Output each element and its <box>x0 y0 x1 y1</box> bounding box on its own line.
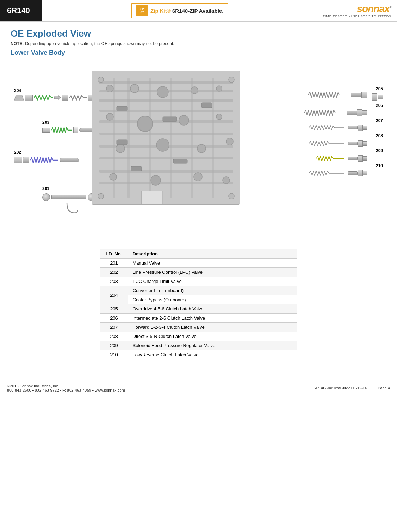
svg-point-36 <box>151 175 161 185</box>
svg-point-30 <box>216 114 222 120</box>
svg-rect-21 <box>212 78 214 198</box>
table-row: 210Low/Reverse Clutch Latch Valve <box>100 350 297 359</box>
rect2-part-204 <box>62 95 68 101</box>
td-desc-201: Manual Valve <box>128 259 297 268</box>
model-number: 6R140 <box>7 6 30 15</box>
svg-point-37 <box>194 173 202 181</box>
svg-rect-17 <box>127 78 130 198</box>
valve-body-diagram <box>92 71 240 205</box>
footer-right: 6R140-VacTestGuide 01-12-16 Page 4 <box>314 386 390 390</box>
component-210 <box>309 170 367 176</box>
component-208 <box>309 140 367 147</box>
label-207: 207 <box>376 118 383 123</box>
td-id-210: 210 <box>100 350 128 359</box>
rod-202 <box>60 158 79 162</box>
svg-rect-42 <box>117 140 127 145</box>
table-row: Cooler Bypass (Outboard) <box>100 295 297 304</box>
svg-point-34 <box>226 138 233 145</box>
svg-point-31 <box>116 144 125 153</box>
arrow-part-204 <box>54 95 61 101</box>
svg-point-47 <box>98 193 104 199</box>
svg-point-25 <box>191 87 198 94</box>
valve-body-svg <box>92 71 240 205</box>
spring-205 <box>308 92 351 98</box>
end-207 <box>358 125 363 131</box>
zipkit-part: 6R140-ZIP <box>172 8 198 14</box>
td-desc-204b: Cooler Bypass (Outboard) <box>128 295 297 304</box>
svg-rect-41 <box>201 103 212 108</box>
td-desc-208: Direct 3-5-R Clutch Latch Valve <box>128 332 297 341</box>
svg-point-32 <box>156 139 169 151</box>
td-id-208: 208 <box>100 332 128 341</box>
label-206: 206 <box>376 103 383 108</box>
brand-section: sonnax® TIME TESTED • INDUSTRY TRUSTED® <box>317 0 397 21</box>
svg-point-38 <box>223 177 230 184</box>
cap-201 <box>42 193 50 201</box>
end-205 <box>372 93 377 101</box>
note-text: NOTE: Depending upon vehicle application… <box>11 41 386 46</box>
doc-ref: 6R140-VacTestGuide 01-12-16 <box>314 386 367 390</box>
label-204: 204 <box>14 88 21 93</box>
table-row: 206Intermediate 2-6 Clutch Latch Valve <box>100 314 297 323</box>
hook-icon <box>65 203 79 215</box>
td-id-201: 201 <box>100 259 128 268</box>
sq-209 <box>363 156 367 161</box>
spring-202 <box>30 157 59 163</box>
component-207 <box>309 125 367 131</box>
td-desc-206: Intermediate 2-6 Clutch Latch Valve <box>128 314 297 323</box>
sq-208 <box>363 141 367 146</box>
svg-point-26 <box>216 86 222 91</box>
spring-208 <box>309 141 348 146</box>
component-202 <box>14 157 79 163</box>
td-desc-210: Low/Reverse Clutch Latch Valve <box>128 350 297 359</box>
cyl-205 <box>361 92 367 98</box>
td-id-202: 202 <box>100 268 128 277</box>
spring-row-205 <box>308 92 367 98</box>
label-202: 202 <box>14 150 21 155</box>
svg-point-22 <box>106 85 113 92</box>
end-208 <box>358 140 363 147</box>
descriptions-table: Lower Valve Body Descriptions I.D. No. D… <box>100 240 297 359</box>
table-row: 207Forward 1-2-3-4 Clutch Latch Valve <box>100 323 297 332</box>
rod-210 <box>348 171 358 175</box>
col-desc-header: Description <box>128 249 297 259</box>
page-title: OE Exploded View <box>11 28 386 39</box>
td-desc-209: Solenoid Feed Pressure Regulator Valve <box>128 341 297 350</box>
diagram-area: 204 203 <box>11 60 386 229</box>
main-content: OE Exploded View NOTE: Depending upon ve… <box>0 22 397 367</box>
table-row: 208Direct 3-5-R Clutch Latch Valve <box>100 332 297 341</box>
hook-201 <box>65 203 79 216</box>
rod-208 <box>348 142 358 145</box>
table-row: 202Line Pressure Control (LPC) Valve <box>100 268 297 277</box>
svg-point-23 <box>130 84 139 93</box>
sonnax-logo: sonnax® <box>357 3 392 14</box>
svg-rect-43 <box>173 159 187 163</box>
model-title: 6R140 <box>0 0 42 21</box>
rod-207 <box>348 126 358 129</box>
component-209 <box>316 155 367 162</box>
svg-marker-3 <box>14 95 24 101</box>
trapezoid-icon <box>14 95 24 101</box>
rect-203 <box>42 128 50 133</box>
rod-201 <box>51 195 86 199</box>
svg-point-29 <box>179 115 189 125</box>
td-id-203: 203 <box>100 277 128 286</box>
table-title-row: Lower Valve Body Descriptions <box>100 240 297 249</box>
note-body: Depending upon vehicle application, the … <box>25 41 174 46</box>
col-header-row: I.D. No. Description <box>100 249 297 259</box>
spring-207 <box>309 125 348 130</box>
footer-copyright: ©2016 Sonnax Industries, Inc. 800-843-26… <box>7 384 125 392</box>
svg-point-24 <box>157 86 168 98</box>
label-208: 208 <box>376 133 383 138</box>
td-id-207: 207 <box>100 323 128 332</box>
table-row: 204Converter Limit (Inboard) <box>100 286 297 295</box>
spring-203 <box>51 127 72 133</box>
svg-rect-44 <box>131 166 142 171</box>
zipkit-badge: ZIP KIT Zip Kit® 6R140-ZIP Available. <box>131 3 228 18</box>
svg-point-27 <box>106 113 113 120</box>
td-id-205: 205 <box>100 304 128 314</box>
svg-rect-49 <box>142 191 163 205</box>
zipkit-suffix: Available. <box>199 8 223 14</box>
zipkit-prefix: Zip Kit® <box>150 8 171 14</box>
svg-point-46 <box>229 77 234 83</box>
